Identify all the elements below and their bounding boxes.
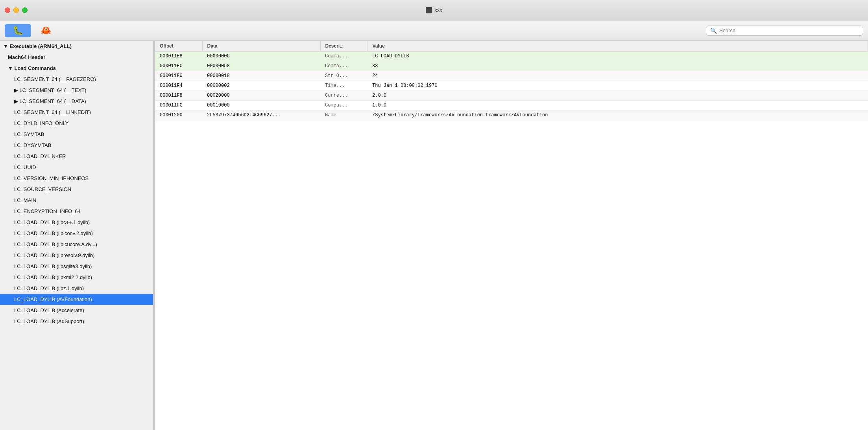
sidebar-item-lc-segment-text[interactable]: ▶ LC_SEGMENT_64 (__TEXT) (0, 85, 153, 96)
table-cell-offset: 000011F0 (155, 71, 202, 81)
table-cell-descr: Compa... (320, 101, 368, 110)
table-cell-value: Thu Jan 1 08:00:02 1970 (368, 81, 868, 91)
col-header-offset: Offset (155, 41, 202, 51)
sidebar-item-lc-version-min[interactable]: LC_VERSION_MIN_IPHONEOS (0, 173, 153, 184)
table-cell-value: LC_LOAD_DYLIB (368, 51, 868, 61)
sidebar-item-lc-dyld-info[interactable]: LC_DYLD_INFO_ONLY (0, 118, 153, 129)
table-cell-data: 00000002 (202, 81, 320, 91)
window-title-area: xxx (426, 7, 442, 13)
table-cell-value: 88 (368, 61, 868, 71)
table-cell-value: 2.0.0 (368, 91, 868, 101)
search-bar[interactable]: 🔍 (706, 26, 863, 36)
tab-1-icon: 🐛 (13, 26, 23, 36)
table-cell-data: 00010000 (202, 101, 320, 110)
table-cell-offset: 000011EC (155, 61, 202, 71)
table-body: 000011E80000000CComma...LC_LOAD_DYLIB000… (155, 51, 868, 120)
minimize-button[interactable] (13, 7, 19, 13)
table-row[interactable]: 000011F800020000Curre...2.0.0 (155, 91, 868, 101)
table-row[interactable]: 000011E80000000CComma...LC_LOAD_DYLIB (155, 51, 868, 61)
table-cell-value: /System/Library/Frameworks/AVFoundation.… (368, 110, 868, 120)
toolbar-tabs: 🐛 🦀 (5, 24, 59, 37)
sidebar-item-lc-source-version[interactable]: LC_SOURCE_VERSION (0, 184, 153, 195)
table-row[interactable]: 000011EC00000058Comma...88 (155, 61, 868, 71)
table-row[interactable]: 000011F000000018Str O...24 (155, 71, 868, 81)
sidebar-item-lc-encryption[interactable]: LC_ENCRYPTION_INFO_64 (0, 206, 153, 217)
table-cell-offset: 000011F4 (155, 81, 202, 91)
table-cell-descr: Comma... (320, 61, 368, 71)
tab-2-icon: 🦀 (41, 26, 51, 36)
traffic-lights (5, 7, 28, 13)
sidebar-item-lc-segment-pagezero[interactable]: LC_SEGMENT_64 (__PAGEZERO) (0, 74, 153, 85)
sidebar-item-load-commands[interactable]: ▼ Load Commands (0, 63, 153, 74)
table-cell-value: 24 (368, 71, 868, 81)
table-cell-descr: Curre... (320, 91, 368, 101)
sidebar-item-lc-uuid[interactable]: LC_UUID (0, 162, 153, 173)
sidebar-item-mach64header[interactable]: Mach64 Header (0, 52, 153, 63)
table-cell-data: 00000018 (202, 71, 320, 81)
detail-panel: Offset Data Descri... Value 000011E80000… (155, 41, 868, 430)
sidebar-item-lc-load-dylib-libiconv[interactable]: LC_LOAD_DYLIB (libiconv.2.dylib) (0, 228, 153, 239)
col-header-value: Value (368, 41, 868, 51)
col-header-data: Data (202, 41, 320, 51)
title-bar: xxx (0, 0, 868, 20)
table-cell-offset: 000011E8 (155, 51, 202, 61)
sidebar-item-lc-load-dylib-libz1[interactable]: LC_LOAD_DYLIB (libz.1.dylib) (0, 283, 153, 294)
search-icon: 🔍 (710, 28, 717, 34)
sidebar-item-lc-segment-linkedit[interactable]: LC_SEGMENT_64 (__LINKEDIT) (0, 107, 153, 118)
table-cell-offset: 00001200 (155, 110, 202, 120)
tab-1[interactable]: 🐛 (5, 24, 31, 37)
sidebar-item-lc-load-dylib-libicucore[interactable]: LC_LOAD_DYLIB (libicucore.A.dy...) (0, 239, 153, 250)
main-layout: ▼ Executable (ARM64_ALL)Mach64 Header▼ L… (0, 41, 868, 430)
table-cell-data: 0000000C (202, 51, 320, 61)
table-cell-data: 2F53797374656D2F4C69627... (202, 110, 320, 120)
search-input[interactable] (719, 28, 859, 33)
sidebar-item-lc-load-dylib-avfoundation[interactable]: LC_LOAD_DYLIB (AVFoundation) (0, 294, 153, 305)
sidebar-item-lc-dysymtab[interactable]: LC_DYSYMTAB (0, 140, 153, 151)
table-row[interactable]: 000011F400000002Time...Thu Jan 1 08:00:0… (155, 81, 868, 91)
table-header-row: Offset Data Descri... Value (155, 41, 868, 51)
table-cell-descr: Name (320, 110, 368, 120)
sidebar-item-lc-load-dylib-accelerate[interactable]: LC_LOAD_DYLIB (Accelerate) (0, 305, 153, 316)
sidebar-item-lc-load-dylib-libc[interactable]: LC_LOAD_DYLIB (libc++.1.dylib) (0, 217, 153, 228)
sidebar-item-lc-load-dylib-adsupport[interactable]: LC_LOAD_DYLIB (AdSupport) (0, 316, 153, 327)
window-icon (426, 7, 432, 13)
sidebar: ▼ Executable (ARM64_ALL)Mach64 Header▼ L… (0, 41, 153, 430)
sidebar-item-lc-load-dylinker[interactable]: LC_LOAD_DYLINKER (0, 151, 153, 162)
sidebar-item-lc-load-dylib-libsqlite3[interactable]: LC_LOAD_DYLIB (libsqlite3.dylib) (0, 261, 153, 272)
table-cell-descr: Time... (320, 81, 368, 91)
sidebar-item-lc-segment-data[interactable]: ▶ LC_SEGMENT_64 (__DATA) (0, 96, 153, 107)
col-header-descr: Descri... (320, 41, 368, 51)
data-table: Offset Data Descri... Value 000011E80000… (155, 41, 868, 120)
sidebar-item-executable[interactable]: ▼ Executable (ARM64_ALL) (0, 41, 153, 52)
table-cell-offset: 000011FC (155, 101, 202, 110)
table-cell-offset: 000011F8 (155, 91, 202, 101)
table-row[interactable]: 000012002F53797374656D2F4C69627...Name/S… (155, 110, 868, 120)
table-cell-data: 00020000 (202, 91, 320, 101)
table-cell-data: 00000058 (202, 61, 320, 71)
table-cell-value: 1.0.0 (368, 101, 868, 110)
tab-2[interactable]: 🦀 (33, 24, 59, 37)
window-title: xxx (434, 7, 442, 13)
maximize-button[interactable] (22, 7, 28, 13)
sidebar-item-lc-load-dylib-libxml2[interactable]: LC_LOAD_DYLIB (libxml2.2.dylib) (0, 272, 153, 283)
close-button[interactable] (5, 7, 10, 13)
table-cell-descr: Str O... (320, 71, 368, 81)
sidebar-item-lc-load-dylib-libresolv[interactable]: LC_LOAD_DYLIB (libresolv.9.dylib) (0, 250, 153, 261)
sidebar-item-lc-main[interactable]: LC_MAIN (0, 195, 153, 206)
sidebar-item-lc-symtab[interactable]: LC_SYMTAB (0, 129, 153, 140)
toolbar: 🐛 🦀 🔍 (0, 20, 868, 41)
table-row[interactable]: 000011FC00010000Compa...1.0.0 (155, 101, 868, 110)
table-cell-descr: Comma... (320, 51, 368, 61)
